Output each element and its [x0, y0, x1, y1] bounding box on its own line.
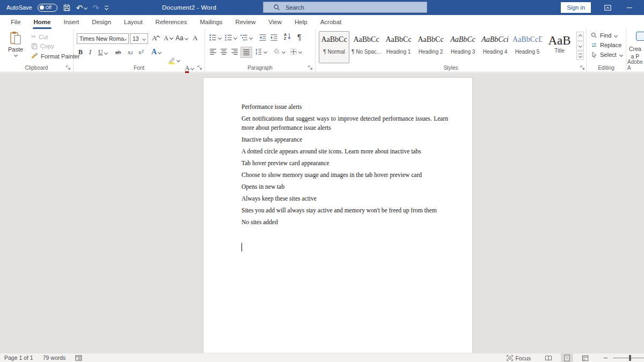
paragraph[interactable]: Get notifications that suggest ways to i…	[241, 114, 448, 132]
italic-button[interactable]: I	[89, 48, 91, 56]
document-text[interactable]: Performance issue alertsGet notification…	[241, 102, 448, 230]
shrink-font-button[interactable]: A	[164, 34, 173, 42]
clipboard-dialog-launcher[interactable]	[66, 65, 71, 70]
shading-button[interactable]	[273, 48, 285, 55]
ribbon-display-options-button[interactable]	[604, 4, 612, 12]
borders-button[interactable]	[290, 48, 302, 55]
customize-quick-access-button[interactable]	[105, 6, 108, 10]
ribbon-tab[interactable]: Help	[288, 15, 314, 29]
chevron-down-icon	[614, 33, 618, 37]
paragraph[interactable]: Inactive tabs appearance	[241, 135, 448, 144]
strikethrough-button[interactable]: ab	[115, 49, 121, 55]
grow-font-button[interactable]: A	[152, 34, 159, 42]
word-count-status[interactable]: 79 words	[43, 354, 66, 361]
focus-mode-button[interactable]: Focus	[507, 355, 531, 361]
chevron-down-icon	[177, 58, 180, 62]
chevron-down-icon	[578, 54, 582, 58]
paragraph[interactable]: Opens in new tab	[241, 182, 448, 191]
style-card[interactable]: AaBbCc Heading 2	[415, 31, 446, 63]
paragraph[interactable]: Performance issue alerts	[241, 102, 448, 112]
styles-scroll-down-button[interactable]	[576, 41, 584, 50]
web-layout-button[interactable]	[579, 353, 592, 362]
paste-clipboard-icon	[9, 31, 22, 45]
zoom-slider-handle[interactable]	[629, 355, 631, 361]
search-input[interactable]: Search	[263, 2, 427, 13]
paragraph[interactable]: Choose to show memory usage and images i…	[241, 171, 448, 180]
justify-icon	[243, 49, 250, 56]
minimize-button[interactable]	[627, 8, 632, 8]
ribbon-tab[interactable]: Mailings	[193, 15, 229, 29]
zoom-slider[interactable]	[613, 358, 644, 358]
increase-indent-button[interactable]	[270, 34, 278, 41]
style-label: Heading 4	[480, 49, 510, 55]
macro-record-button[interactable]	[75, 355, 82, 361]
font-group: Times New Romar 13 A A Aa A B I U ab x2	[74, 29, 205, 72]
subscript-button[interactable]: x2	[128, 49, 133, 55]
ribbon-tab[interactable]: File	[4, 15, 27, 29]
style-card[interactable]: AaBbCc Heading 3	[448, 31, 478, 63]
page-number-status[interactable]: Page 1 of 1	[4, 354, 33, 361]
zoom-out-button[interactable]	[604, 358, 608, 358]
align-center-button[interactable]	[220, 48, 228, 55]
sign-in-button[interactable]: Sign in	[561, 2, 591, 13]
text-effects-button[interactable]: A	[151, 48, 161, 56]
show-hide-marks-button[interactable]: ¶	[297, 33, 302, 41]
replace-icon	[591, 42, 597, 48]
paragraph[interactable]: A dotted circle appears around site icon…	[241, 147, 448, 156]
font-dialog-launcher[interactable]	[197, 65, 202, 70]
document-canvas[interactable]: Performance issue alertsGet notification…	[0, 73, 644, 353]
style-card[interactable]: AaBbCc ¶ No Spac...	[351, 31, 382, 63]
style-card[interactable]: AaBbCc Heading 1	[383, 31, 414, 63]
save-button[interactable]	[63, 4, 71, 12]
ribbon-tab[interactable]: Home	[27, 15, 57, 29]
ribbon-tab[interactable]: Review	[229, 15, 262, 29]
select-button[interactable]: Select	[591, 51, 623, 58]
style-card[interactable]: AaBbCcD Heading 5	[512, 31, 543, 63]
paragraph[interactable]: Tab hover preview card appearance	[241, 159, 448, 168]
ribbon-tab[interactable]: Design	[85, 15, 118, 29]
superscript-button[interactable]: x2	[138, 49, 144, 55]
find-button[interactable]: Find	[591, 32, 617, 39]
read-mode-button[interactable]	[541, 353, 555, 362]
replace-button[interactable]: Replace	[591, 42, 621, 48]
paragraph[interactable]: No sites added	[241, 218, 448, 227]
chevron-down-icon	[185, 36, 188, 40]
paragraph[interactable]: Always keep these sites active	[241, 194, 448, 203]
change-case-button[interactable]: Aa	[175, 34, 188, 42]
styles-scroll-up-button[interactable]	[576, 32, 584, 41]
undo-button[interactable]: ↶	[76, 4, 87, 12]
ribbon-tab[interactable]: References	[149, 15, 194, 29]
justify-button[interactable]	[240, 47, 252, 58]
ribbon-tab[interactable]: Insert	[57, 15, 85, 29]
font-size-combobox[interactable]: 13	[130, 33, 148, 44]
autosave-toggle[interactable]: Off	[38, 4, 57, 12]
document-page[interactable]: Performance issue alertsGet notification…	[203, 77, 473, 353]
underline-button[interactable]: U	[98, 48, 107, 56]
format-painter-button[interactable]: Format Painter	[31, 53, 80, 60]
sort-button[interactable]: A Z	[284, 33, 291, 40]
styles-dialog-launcher[interactable]	[580, 65, 585, 70]
font-name-combobox[interactable]: Times New Romar	[77, 33, 129, 44]
multilevel-list-button[interactable]	[240, 34, 252, 41]
align-left-button[interactable]	[209, 48, 217, 55]
paste-button[interactable]: Paste	[3, 31, 28, 65]
line-spacing-button[interactable]	[254, 48, 267, 55]
style-card[interactable]: AaB Title	[544, 31, 575, 63]
bullets-button[interactable]	[209, 34, 221, 41]
numbering-button[interactable]	[224, 34, 237, 41]
paragraph-dialog-launcher[interactable]	[308, 65, 313, 70]
bold-button[interactable]: B	[78, 48, 83, 56]
create-pdf-icon[interactable]	[636, 32, 644, 41]
style-sample: AaBbCc	[384, 35, 413, 44]
align-right-button[interactable]	[231, 48, 238, 55]
print-layout-button[interactable]	[561, 353, 573, 362]
create-pdf-label-line1[interactable]: Crea	[626, 46, 644, 52]
style-card[interactable]: AaBbCc ¶ Normal	[319, 31, 349, 63]
decrease-indent-button[interactable]	[259, 34, 267, 41]
style-card[interactable]: AaBbCci Heading 4	[480, 31, 510, 63]
styles-gallery-more-button[interactable]	[576, 51, 584, 60]
ribbon-tab[interactable]: Layout	[118, 15, 149, 29]
ribbon-tab[interactable]: Acrobat	[314, 15, 348, 29]
ribbon-tab[interactable]: View	[262, 15, 288, 29]
paragraph[interactable]: Sites you add will always stay active an…	[241, 206, 448, 215]
